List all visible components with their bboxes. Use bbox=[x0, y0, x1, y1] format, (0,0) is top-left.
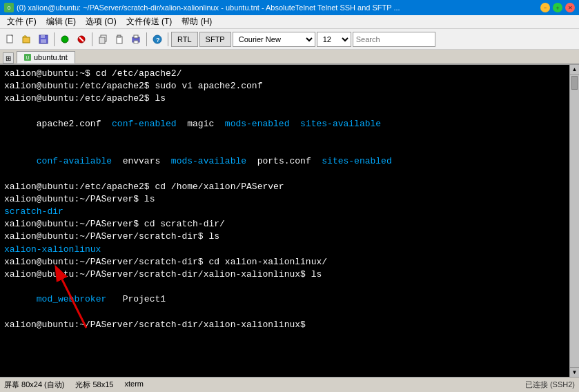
close-button[interactable]: ✕ bbox=[565, 3, 575, 12]
svg-rect-13 bbox=[134, 35, 138, 38]
copy-button[interactable] bbox=[95, 32, 110, 47]
terminal-line: conf-available envvars mods-available po… bbox=[4, 143, 565, 181]
terminal-line: xalion@ubuntu:~/PAServer$ cd scratch-dir… bbox=[4, 218, 565, 231]
app-icon: 0 bbox=[4, 3, 14, 12]
search-input[interactable] bbox=[353, 32, 435, 47]
terminal-line: xalion@ubuntu:/etc/apache2$ cd /home/xal… bbox=[4, 181, 565, 193]
rtl-button[interactable]: RTL bbox=[171, 32, 198, 47]
terminal-line: xalion@ubuntu:~/PAServer/scratch-dir$ ls bbox=[4, 231, 565, 243]
menu-file[interactable]: 文件 (F) bbox=[3, 15, 41, 28]
cursor-pos: 光标 58x15 bbox=[75, 380, 113, 390]
title-bar: 0 (0) xalion@ubuntu: ~/PAServer/scratch-… bbox=[0, 0, 579, 15]
menu-bar: 文件 (F) 编辑 (E) 选项 (O) 文件传送 (T) 帮助 (H) bbox=[0, 15, 579, 29]
tab-icon: U bbox=[24, 54, 31, 61]
svg-rect-0 bbox=[7, 35, 12, 43]
maximize-button[interactable]: ＋ bbox=[553, 3, 562, 12]
terminal-line: apache2.conf conf-enabled magic mods-ena… bbox=[4, 106, 565, 144]
new-button[interactable] bbox=[3, 32, 18, 47]
terminal-line: xalion@ubuntu:/etc/apache2$ sudo vi apac… bbox=[4, 80, 565, 92]
save-button[interactable] bbox=[36, 32, 51, 47]
svg-point-5 bbox=[61, 36, 68, 43]
help-button[interactable]: ? bbox=[150, 32, 165, 47]
tab-label: ubuntu.tnt bbox=[34, 53, 68, 61]
scrollbar[interactable]: ▲ ▼ bbox=[569, 65, 579, 377]
term-type: xterm bbox=[124, 380, 144, 390]
title-bar-controls: － ＋ ✕ bbox=[540, 3, 575, 12]
terminal-wrapper: xalion@ubuntu:~$ cd /etc/apache2/ xalion… bbox=[0, 65, 579, 377]
status-bar: 屏幕 80x24 (自动) 光标 58x15 xterm 已连接 (SSH2) bbox=[0, 377, 579, 392]
tab-bar: ⊞ U ubuntu.tnt bbox=[0, 50, 579, 65]
svg-rect-3 bbox=[41, 35, 45, 38]
toolbar-sep-1 bbox=[54, 32, 55, 46]
menu-options[interactable]: 选项 (O) bbox=[81, 15, 121, 28]
title-text: (0) xalion@ubuntu: ~/PAServer/scratch-di… bbox=[17, 3, 400, 12]
disconnect-button[interactable] bbox=[74, 32, 89, 47]
arrow-annotation bbox=[48, 259, 97, 339]
terminal-line: xalion@ubuntu:~/PAServer$ ls bbox=[4, 193, 565, 206]
sftp-button[interactable]: SFTP bbox=[199, 32, 231, 47]
minimize-button[interactable]: － bbox=[540, 3, 550, 12]
terminal-line: scratch-dir bbox=[4, 206, 565, 218]
terminal-line: xalion@ubuntu:~$ cd /etc/apache2/ bbox=[4, 68, 565, 80]
svg-rect-4 bbox=[41, 39, 46, 43]
size-selector[interactable]: 12 bbox=[317, 32, 351, 47]
connection-status: 已连接 (SSH2) bbox=[525, 380, 575, 390]
title-bar-left: 0 (0) xalion@ubuntu: ~/PAServer/scratch-… bbox=[4, 3, 400, 12]
status-left: 屏幕 80x24 (自动) 光标 58x15 xterm bbox=[4, 380, 144, 390]
connect-button[interactable] bbox=[57, 32, 72, 47]
toolbar-sep-2 bbox=[92, 32, 92, 46]
paste-button[interactable] bbox=[112, 32, 127, 47]
menu-transfer[interactable]: 文件传送 (T) bbox=[122, 15, 177, 28]
print-button[interactable] bbox=[128, 32, 144, 47]
svg-rect-14 bbox=[134, 41, 138, 43]
terminal[interactable]: xalion@ubuntu:~$ cd /etc/apache2/ xalion… bbox=[0, 65, 569, 377]
open-button[interactable] bbox=[19, 32, 35, 47]
tab-ubuntu[interactable]: U ubuntu.tnt bbox=[17, 51, 75, 63]
terminal-line: xalion@ubuntu:/etc/apache2$ ls bbox=[4, 92, 565, 105]
svg-rect-1 bbox=[23, 37, 30, 43]
svg-rect-9 bbox=[99, 37, 105, 43]
toolbar-sep-4 bbox=[168, 32, 168, 46]
terminal-line: xalion-xalionlinux bbox=[4, 244, 565, 256]
screen-size: 屏幕 80x24 (自动) bbox=[4, 380, 64, 390]
tab-switcher[interactable]: ⊞ bbox=[3, 52, 14, 63]
menu-help[interactable]: 帮助 (H) bbox=[177, 15, 216, 28]
scrollbar-thumb[interactable] bbox=[571, 76, 578, 90]
svg-rect-11 bbox=[117, 35, 121, 37]
toolbar: ? RTL SFTP Courier New 12 bbox=[0, 29, 579, 50]
menu-edit[interactable]: 编辑 (E) bbox=[42, 15, 80, 28]
svg-text:?: ? bbox=[156, 37, 160, 43]
font-selector[interactable]: Courier New bbox=[233, 32, 315, 47]
toolbar-sep-3 bbox=[146, 32, 147, 46]
